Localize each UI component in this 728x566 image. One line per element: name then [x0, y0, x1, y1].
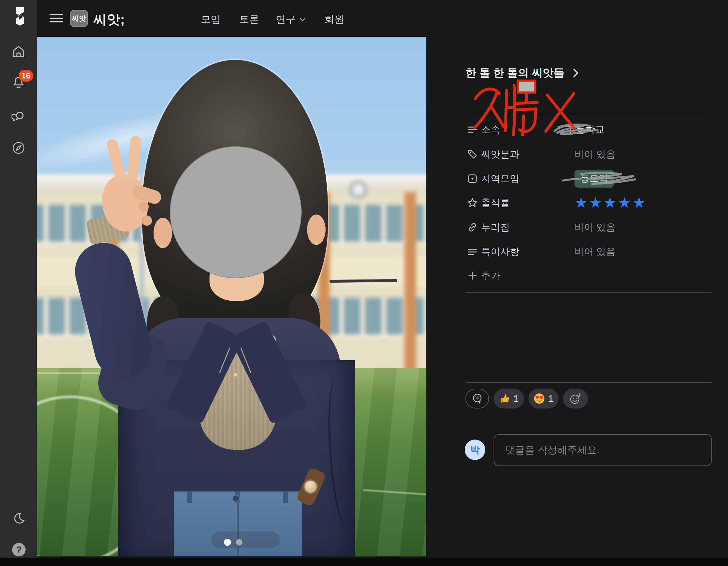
reaction-heart-eyes[interactable]: 1 — [528, 389, 558, 409]
row-label: 씨앗분과 — [481, 148, 519, 161]
add-reaction-icon — [569, 393, 582, 405]
face-privacy-circle — [170, 146, 302, 278]
notification-badge: 16 — [19, 70, 33, 82]
thumbs-up-emoji — [499, 393, 510, 404]
workspace-badge[interactable]: 씨앗 — [70, 10, 88, 27]
nav-tab-toron[interactable]: 토론 — [239, 13, 259, 26]
nav-label: 회원 — [324, 13, 344, 26]
app-window: 16 ? 씨앗 씨앗; 모임 토론 연구 — [0, 0, 728, 566]
chevron-right-icon — [572, 68, 579, 78]
comment-button[interactable] — [465, 389, 489, 409]
logo-s-icon — [9, 5, 28, 26]
bottom-edge — [0, 558, 728, 566]
detail-row-attendance[interactable]: 출석률 ★★★★★ — [466, 194, 712, 211]
character-knuckle — [142, 215, 152, 226]
carousel-dots-background — [211, 531, 280, 548]
row-value-empty: 비어 있음 — [574, 148, 615, 161]
dropdown-select-icon — [467, 173, 478, 184]
add-property-button[interactable]: 추가 — [466, 267, 712, 285]
detail-row-notes[interactable]: 특이사항 비어 있음 — [466, 243, 712, 260]
sidebar-chat-icon[interactable] — [12, 109, 26, 123]
user-avatar[interactable]: 박 — [465, 440, 485, 460]
jeans-belt-loop — [283, 491, 288, 503]
nav-label: 모임 — [201, 13, 221, 26]
link-icon — [467, 222, 478, 233]
row-label: 출석률 — [481, 196, 510, 209]
divider — [465, 382, 712, 383]
plus-icon — [467, 270, 478, 281]
character-earring — [314, 241, 318, 244]
carousel-dot-active[interactable] — [224, 539, 231, 546]
title-scribble-annotation — [469, 77, 579, 136]
nav-label: 토론 — [239, 13, 259, 26]
sidebar-home-icon[interactable] — [12, 45, 26, 59]
add-reaction-button[interactable] — [563, 389, 588, 409]
chevron-down-icon — [299, 16, 306, 23]
star-outline-icon — [467, 197, 478, 208]
sidebar-explore-icon[interactable] — [12, 141, 26, 155]
add-label: 추가 — [481, 269, 500, 282]
character-earring — [160, 244, 163, 248]
reaction-thumbs-up[interactable]: 1 — [494, 389, 524, 409]
row-value-empty: 비어 있음 — [574, 221, 615, 234]
hamburger-menu-icon[interactable] — [50, 14, 63, 23]
app-logo[interactable] — [9, 5, 28, 26]
character-ear — [307, 214, 326, 245]
building-clock — [350, 181, 367, 198]
scribble-redaction-box — [518, 81, 535, 92]
row-value-empty: 비어 있음 — [574, 245, 615, 258]
character-watch-face — [303, 479, 318, 494]
jeans-belt-loop — [187, 491, 192, 503]
nav-tab-hoewon[interactable]: 회원 — [324, 13, 344, 26]
reaction-count: 1 — [548, 393, 554, 404]
text-lines-icon — [467, 246, 478, 257]
carousel-dot[interactable] — [236, 539, 242, 546]
local-group-tag[interactable]: 동모임 — [574, 170, 614, 187]
page-title: 씨앗; — [93, 11, 125, 28]
profile-photo[interactable] — [37, 37, 426, 556]
character-knuckle — [138, 202, 149, 212]
comment-bubble-icon — [471, 393, 483, 405]
dark-mode-moon-icon[interactable] — [12, 512, 26, 526]
character-necklace-pendant — [234, 373, 237, 377]
character-ear — [154, 218, 172, 248]
help-icon[interactable]: ? — [12, 543, 26, 556]
nav-label: 연구 — [276, 13, 296, 26]
row-label: 지역모임 — [481, 172, 519, 185]
detail-row-local-group[interactable]: 지역모임 동모임 — [466, 170, 712, 187]
sidebar: 16 ? — [0, 0, 37, 558]
attendance-star-rating[interactable]: ★★★★★ — [574, 194, 647, 211]
divider — [465, 292, 712, 293]
row-label: 누리집 — [481, 221, 510, 234]
detail-row-seed-division[interactable]: 씨앗분과 비어 있음 — [466, 145, 712, 163]
detail-row-website[interactable]: 누리집 비어 있음 — [466, 218, 712, 236]
tag-icon — [467, 149, 478, 160]
comment-input[interactable] — [494, 434, 712, 466]
row-label: 특이사항 — [481, 245, 519, 258]
heart-eyes-emoji — [534, 393, 545, 404]
reaction-count: 1 — [513, 393, 519, 404]
jeans-button — [232, 495, 240, 503]
nav-tab-moim[interactable]: 모임 — [201, 13, 221, 26]
nav-tab-yeongu[interactable]: 연구 — [276, 13, 306, 26]
